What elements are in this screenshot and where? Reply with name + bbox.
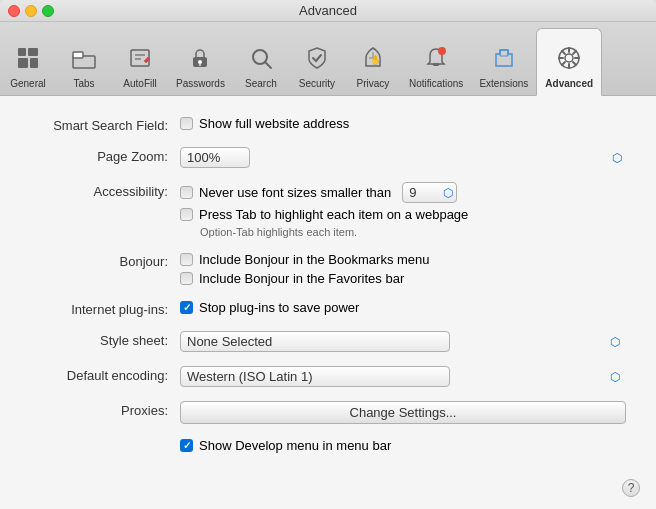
tab-advanced-label: Advanced <box>545 78 593 89</box>
tab-passwords[interactable]: Passwords <box>168 28 233 95</box>
proxies-label: Proxies: <box>30 401 180 418</box>
svg-point-17 <box>438 47 446 55</box>
font-size-select[interactable]: 9 10 11 12 14 16 18 24 <box>402 182 457 203</box>
svg-rect-2 <box>18 58 28 68</box>
style-sheet-select[interactable]: None Selected <box>180 331 450 352</box>
bonjour-favorites-label: Include Bonjour in the Favorites bar <box>199 271 404 286</box>
tab-general[interactable]: General <box>0 28 56 95</box>
stop-plugins-label: Stop plug-ins to save power <box>199 300 359 315</box>
tab-extensions[interactable]: Extensions <box>471 28 536 95</box>
show-develop-checkbox[interactable] <box>180 439 193 452</box>
traffic-lights <box>8 5 54 17</box>
svg-line-25 <box>562 51 565 54</box>
bonjour-controls: Include Bonjour in the Bookmarks menu In… <box>180 252 626 286</box>
change-settings-button[interactable]: Change Settings... <box>180 401 626 424</box>
proxies-controls: Change Settings... <box>180 401 626 424</box>
press-tab-label: Press Tab to highlight each item on a we… <box>199 207 468 222</box>
press-tab-checkbox[interactable] <box>180 208 193 221</box>
bonjour-row: Bonjour: Include Bonjour in the Bookmark… <box>30 252 626 286</box>
minimize-button[interactable] <box>25 5 37 17</box>
smart-search-checkbox-row: Show full website address <box>180 116 626 131</box>
accessibility-hint: Option-Tab highlights each item. <box>200 226 626 238</box>
never-use-label: Never use font sizes smaller than <box>199 185 391 200</box>
bonjour-favorites-checkbox[interactable] <box>180 272 193 285</box>
close-button[interactable] <box>8 5 20 17</box>
maximize-button[interactable] <box>42 5 54 17</box>
bonjour-label: Bonjour: <box>30 252 180 269</box>
default-encoding-label: Default encoding: <box>30 366 180 383</box>
tab-notifications-label: Notifications <box>409 78 463 89</box>
tab-autofill[interactable]: AutoFill <box>112 28 168 95</box>
page-zoom-row: Page Zoom: 50% 75% 100% 125% 150% 175% 2… <box>30 147 626 168</box>
svg-rect-1 <box>28 48 38 56</box>
font-size-select-wrapper: 9 10 11 12 14 16 18 24 ⬡ <box>402 182 457 203</box>
tab-tabs[interactable]: Tabs <box>56 28 112 95</box>
svg-line-28 <box>562 62 565 65</box>
page-zoom-select[interactable]: 50% 75% 100% 125% 150% 175% 200% <box>180 147 250 168</box>
svg-rect-0 <box>18 48 26 56</box>
notifications-icon <box>422 44 450 76</box>
smart-search-checkbox-label: Show full website address <box>199 116 349 131</box>
show-develop-filler <box>30 438 180 440</box>
proxies-row: Proxies: Change Settings... <box>30 401 626 424</box>
bonjour-bookmarks-checkbox[interactable] <box>180 253 193 266</box>
svg-line-27 <box>573 51 576 54</box>
tab-general-label: General <box>10 78 46 89</box>
style-sheet-arrow: ⬡ <box>610 335 620 349</box>
accessibility-row: Accessibility: Never use font sizes smal… <box>30 182 626 238</box>
default-encoding-arrow: ⬡ <box>610 370 620 384</box>
tab-security-label: Security <box>299 78 335 89</box>
default-encoding-select-wrapper: Western (ISO Latin 1) Unicode (UTF-8) Ja… <box>180 366 626 387</box>
default-encoding-controls: Western (ISO Latin 1) Unicode (UTF-8) Ja… <box>180 366 626 387</box>
tab-security[interactable]: Security <box>289 28 345 95</box>
press-tab-row: Press Tab to highlight each item on a we… <box>180 207 626 222</box>
bonjour-bookmarks-label: Include Bonjour in the Bookmarks menu <box>199 252 430 267</box>
show-develop-checkbox-row: Show Develop menu in menu bar <box>180 438 626 453</box>
never-use-row: Never use font sizes smaller than 9 10 1… <box>180 182 626 203</box>
passwords-icon <box>186 44 214 76</box>
default-encoding-select[interactable]: Western (ISO Latin 1) Unicode (UTF-8) Ja… <box>180 366 450 387</box>
show-develop-label: Show Develop menu in menu bar <box>199 438 391 453</box>
privacy-icon: ✋ <box>359 44 387 76</box>
smart-search-controls: Show full website address <box>180 116 626 131</box>
internet-plugins-controls: Stop plug-ins to save power <box>180 300 626 315</box>
smart-search-checkbox[interactable] <box>180 117 193 130</box>
tab-search-label: Search <box>245 78 277 89</box>
tab-search[interactable]: Search <box>233 28 289 95</box>
svg-text:✋: ✋ <box>370 54 382 66</box>
style-sheet-controls: None Selected ⬡ <box>180 331 626 352</box>
extensions-icon <box>490 44 518 76</box>
tab-autofill-label: AutoFill <box>123 78 156 89</box>
tab-passwords-label: Passwords <box>176 78 225 89</box>
tab-extensions-label: Extensions <box>479 78 528 89</box>
tab-privacy[interactable]: ✋ Privacy <box>345 28 401 95</box>
window: Advanced General Tabs <box>0 0 656 509</box>
titlebar: Advanced <box>0 0 656 22</box>
never-use-checkbox[interactable] <box>180 186 193 199</box>
svg-rect-3 <box>30 58 38 68</box>
search-icon <box>247 44 275 76</box>
security-icon <box>303 44 331 76</box>
smart-search-row: Smart Search Field: Show full website ad… <box>30 116 626 133</box>
style-sheet-row: Style sheet: None Selected ⬡ <box>30 331 626 352</box>
svg-rect-18 <box>500 50 508 56</box>
window-title: Advanced <box>299 3 357 18</box>
advanced-icon <box>555 44 583 76</box>
autofill-icon <box>126 44 154 76</box>
stop-plugins-checkbox[interactable] <box>180 301 193 314</box>
accessibility-controls: Never use font sizes smaller than 9 10 1… <box>180 182 626 238</box>
internet-plugins-row: Internet plug-ins: Stop plug-ins to save… <box>30 300 626 317</box>
page-zoom-label: Page Zoom: <box>30 147 180 164</box>
page-zoom-select-wrapper: 50% 75% 100% 125% 150% 175% 200% ⬡ <box>180 147 626 168</box>
general-icon <box>14 44 42 76</box>
bonjour-bookmarks-row: Include Bonjour in the Bookmarks menu <box>180 252 626 267</box>
tab-notifications[interactable]: Notifications <box>401 28 471 95</box>
help-button[interactable]: ? <box>622 479 640 497</box>
page-zoom-controls: 50% 75% 100% 125% 150% 175% 200% ⬡ <box>180 147 626 168</box>
tab-advanced[interactable]: Advanced <box>536 28 602 96</box>
tabs-icon <box>70 44 98 76</box>
show-develop-row: Show Develop menu in menu bar <box>30 438 626 453</box>
style-sheet-label: Style sheet: <box>30 331 180 348</box>
stop-plugins-row: Stop plug-ins to save power <box>180 300 626 315</box>
show-develop-controls: Show Develop menu in menu bar <box>180 438 626 453</box>
